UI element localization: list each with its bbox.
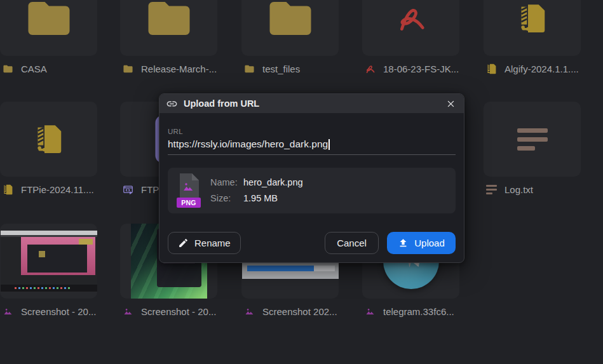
link-icon bbox=[166, 98, 178, 110]
file-meta: Name: hero_dark.png Size: 1.95 MB bbox=[210, 175, 303, 206]
name-label: Name: bbox=[210, 175, 243, 191]
file-label: telegram.33fc6... bbox=[362, 305, 464, 318]
size-label: Size: bbox=[210, 191, 243, 206]
close-button[interactable] bbox=[444, 97, 457, 111]
file-name: Screenshot - 20... bbox=[141, 306, 216, 317]
image-card[interactable] bbox=[0, 224, 97, 299]
png-file-icon: PNG bbox=[177, 173, 201, 208]
image-icon bbox=[123, 306, 133, 317]
png-badge: PNG bbox=[177, 198, 201, 208]
upload-icon bbox=[398, 238, 409, 248]
file-tile: Log.txt bbox=[484, 0, 581, 364]
file-manager-screen: CASA Release-March-... test_files 18-06-… bbox=[0, 0, 603, 364]
file-label: Screenshot 202... bbox=[241, 305, 343, 318]
file-label: Screenshot - 20... bbox=[0, 305, 102, 318]
upload-button[interactable]: Upload bbox=[387, 232, 456, 254]
dialog-body: URL https://rssly.io/images/hero_dark.pn… bbox=[159, 128, 464, 254]
file-name: Screenshot - 20... bbox=[21, 306, 96, 317]
url-input-value: https://rssly.io/images/hero_dark.png bbox=[168, 138, 328, 150]
file-preview-panel: PNG Name: hero_dark.png Size: 1.95 MB bbox=[168, 168, 456, 213]
text-caret bbox=[329, 139, 330, 150]
file-name: Screenshot 202... bbox=[262, 306, 337, 317]
image-icon bbox=[3, 306, 13, 317]
url-input[interactable]: https://rssly.io/images/hero_dark.png bbox=[168, 138, 456, 155]
url-field-label: URL bbox=[168, 128, 456, 135]
upload-from-url-dialog: Upload from URL URL https://rssly.io/ima… bbox=[159, 93, 464, 263]
edit-icon bbox=[178, 238, 189, 248]
text-icon bbox=[517, 128, 548, 151]
size-value: 1.95 MB bbox=[243, 191, 278, 206]
dialog-title: Upload from URL bbox=[184, 98, 259, 109]
text-icon bbox=[486, 185, 497, 194]
cancel-button[interactable]: Cancel bbox=[325, 232, 379, 254]
text-card[interactable] bbox=[484, 102, 581, 177]
image-thumbnail bbox=[1, 231, 97, 292]
file-tile: Screenshot - 20... bbox=[0, 0, 97, 364]
close-icon bbox=[446, 99, 456, 109]
file-label: Log.txt bbox=[484, 183, 585, 196]
dialog-actions: Rename Cancel Upload bbox=[168, 232, 456, 254]
dialog-header: Upload from URL bbox=[159, 94, 464, 113]
file-name: telegram.33fc6... bbox=[383, 306, 454, 317]
image-icon bbox=[244, 306, 255, 317]
rename-button[interactable]: Rename bbox=[168, 232, 241, 254]
image-icon bbox=[365, 306, 376, 317]
file-name: Log.txt bbox=[505, 184, 533, 195]
file-label: Screenshot - 20... bbox=[120, 305, 222, 318]
name-value: hero_dark.png bbox=[243, 175, 303, 191]
document-icon bbox=[179, 173, 199, 199]
